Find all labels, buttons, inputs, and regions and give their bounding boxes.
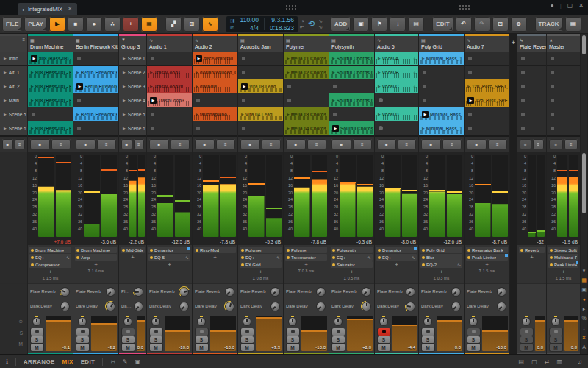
clip-record-cell[interactable] <box>375 121 418 135</box>
add-device-button[interactable]: + <box>29 269 71 276</box>
add-device-button[interactable]: + <box>548 269 578 276</box>
device-enable-icon[interactable] <box>550 256 553 259</box>
panel-toggle-icon[interactable]: ▸ <box>581 306 587 311</box>
add-device-button[interactable]: + <box>194 254 236 261</box>
add-device-button[interactable]: + <box>75 261 117 269</box>
info-icon[interactable]: ℹ <box>6 358 8 365</box>
track-layout-button[interactable]: ▦ <box>565 17 581 32</box>
panel-toggle-icon[interactable]: ✕ <box>581 335 587 340</box>
record-arm-button[interactable] <box>196 328 208 336</box>
scene-launch-cell[interactable]: ▶Alt. 1 <box>0 66 27 79</box>
mute-button[interactable]: M <box>520 344 533 351</box>
clip-cell[interactable]: ▶Mella 01 Chords <box>284 52 329 66</box>
volume-fader[interactable]: +3.3 <box>256 316 282 351</box>
pan-knob[interactable] <box>467 316 479 328</box>
send-knob[interactable] <box>270 286 281 297</box>
send-knob[interactable] <box>179 286 190 297</box>
track-stop-button[interactable]: ■ <box>331 139 351 149</box>
clip-stop-cell[interactable] <box>419 79 464 93</box>
solo-button[interactable]: S <box>520 336 533 344</box>
device-row-poly-grid[interactable]: Poly Grid <box>420 247 462 253</box>
tab-edit[interactable]: EDIT <box>81 358 95 365</box>
mute-button[interactable]: M <box>241 344 254 351</box>
track-header[interactable]: ▤Polysynth <box>329 34 374 52</box>
record-button[interactable]: ● <box>86 17 102 32</box>
device-row-polymer[interactable]: Polymer <box>240 247 282 253</box>
add-device-button[interactable]: + <box>420 269 462 276</box>
toolbar-handle-icon[interactable] <box>459 4 470 11</box>
add-device-button[interactable]: + <box>148 261 190 269</box>
scene-launch-cell[interactable]: ▶Main <box>0 93 27 107</box>
send-knob[interactable] <box>105 286 116 297</box>
clip-cell[interactable]: ▶Berlin Firework B… <box>74 79 118 93</box>
song-time-value[interactable]: 0:18.623 <box>270 24 294 32</box>
clip-stop-cell[interactable] <box>238 52 283 66</box>
clip-cell[interactable]: ▶125_Perc_SPFT_11 <box>465 93 509 107</box>
track-stop-button[interactable]: ■ <box>377 139 396 149</box>
track-header[interactable]: ▤Polymer <box>284 34 329 52</box>
clip-cell[interactable]: ▶Minimal_Bass_12 A <box>419 107 464 121</box>
device-row-multiband-fx-3[interactable]: Multiband FX-3 <box>548 254 578 261</box>
record-arm-button[interactable] <box>467 328 480 336</box>
track-options-button[interactable]: ≡ <box>533 139 545 149</box>
device-enable-icon[interactable] <box>520 249 523 252</box>
device-row-ring-mod[interactable]: Ring-Mod <box>194 247 236 253</box>
send-knob[interactable] <box>224 301 235 312</box>
clip-cell[interactable]: ▶Berlin Firework B… <box>74 107 118 121</box>
track-options-button[interactable]: ≡ <box>171 139 190 149</box>
device-enable-icon[interactable] <box>76 249 79 252</box>
device-row-drum-machine[interactable]: Drum Machine <box>75 247 117 253</box>
record-arm-button[interactable] <box>378 328 390 336</box>
device-row-drum-machine[interactable]: Drum Machine <box>29 247 71 253</box>
device-row-fx-grid[interactable]: FX Grid <box>240 261 282 268</box>
panel-toggle-icon[interactable]: ▾ <box>581 268 587 273</box>
device-row-reverb[interactable]: Reverb <box>519 247 545 253</box>
pan-knob[interactable] <box>332 316 344 328</box>
panel-toggle-icon[interactable]: A <box>581 344 587 350</box>
device-enable-icon[interactable] <box>422 256 425 259</box>
device-enable-icon[interactable] <box>76 256 79 259</box>
clip-stop-cell[interactable] <box>547 121 580 135</box>
play-menu-button[interactable]: PLAY <box>24 17 47 32</box>
send-knob[interactable] <box>60 301 71 312</box>
clip-stop-cell[interactable] <box>517 121 546 135</box>
scene-launch-cell[interactable]: ▶Scene 4 <box>119 93 146 107</box>
transport-display[interactable]: ▯▮⇄ 110.00 4/4 9.3.1.56 0:18.623 <box>226 16 298 32</box>
redo-button[interactable]: ↷ <box>474 17 490 32</box>
scene-launch-cell[interactable]: ▶Scene 3 <box>119 79 146 93</box>
mute-button[interactable]: M <box>422 344 434 351</box>
play-button[interactable]: ▶ <box>49 17 65 32</box>
pan-knob[interactable] <box>287 316 298 328</box>
project-tab[interactable]: ▸ IntegratedMIX ✕ <box>18 3 77 15</box>
send-knob[interactable] <box>361 301 372 312</box>
volume-fader[interactable]: -4.4 <box>392 316 417 351</box>
clip-stop-cell[interactable] <box>329 107 374 121</box>
send-knob[interactable] <box>405 301 416 312</box>
send-knob[interactable] <box>270 301 281 312</box>
device-row-eq-2[interactable]: EQ-2∿ <box>420 261 462 268</box>
volume-fader[interactable]: -0.1 <box>46 316 71 351</box>
clip-cell[interactable]: ▶TrashLoop2b <box>147 79 192 93</box>
mute-button[interactable]: M <box>378 344 390 351</box>
clip-stop-cell[interactable] <box>147 121 192 135</box>
panel-toggle-icon[interactable]: ▣ <box>581 287 587 292</box>
track-options-button[interactable]: ≡ <box>262 139 282 149</box>
automation-write-button[interactable]: ∿ <box>202 17 218 32</box>
clip-stop-cell[interactable] <box>517 66 546 79</box>
device-row-eq-5[interactable]: EQ-5∿ <box>148 254 190 261</box>
track-options-button[interactable]: ≡ <box>97 139 117 149</box>
meter-area-scrollbar[interactable] <box>582 153 586 213</box>
solo-button[interactable]: S <box>550 336 562 344</box>
track-header[interactable]: ▤Acoustic Jam <box>238 34 283 52</box>
clip-record-cell[interactable] <box>375 93 418 107</box>
device-row-eq[interactable]: EQ+∿ <box>29 254 71 261</box>
clip-stop-cell[interactable] <box>419 93 464 107</box>
clip-cell[interactable]: ▶808 (Bass-08) - H… <box>28 79 73 93</box>
clip-panel-icon[interactable]: ▥ <box>556 358 562 365</box>
record-arm-button[interactable] <box>150 328 162 336</box>
device-row-stereo-split[interactable]: Stereo Split <box>548 247 578 253</box>
pads-button[interactable]: ▦ <box>141 17 157 32</box>
track-stop-button[interactable]: ■ <box>2 139 13 149</box>
volume-fader[interactable]: +2.0 <box>347 316 373 351</box>
track-stop-button[interactable]: ■ <box>421 139 441 149</box>
